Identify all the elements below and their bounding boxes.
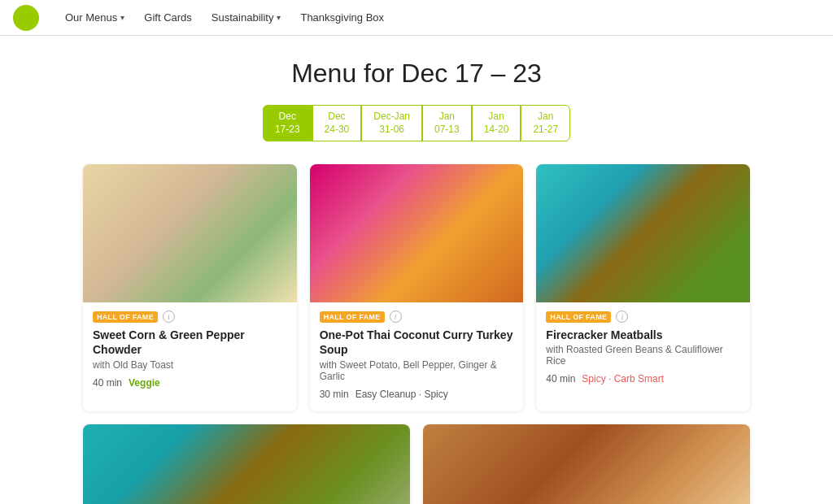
nav-sustainability[interactable]: Sustainability ▾ (212, 11, 281, 24)
nav-our-menus[interactable]: Our Menus ▾ (65, 11, 124, 24)
hof-badge-curry: HALL OF FAME (320, 311, 385, 323)
date-tab-dec-17-23[interactable]: Dec 17-23 (263, 105, 312, 141)
nav-thanksgiving[interactable]: Thanksgiving Box (300, 11, 384, 24)
card-title-corn: Sweet Corn & Green Pepper Chowder (93, 328, 287, 357)
card-shrimp[interactable]: HALL OF FAME i Shrimp Pomodoro Penne Bak… (423, 424, 750, 504)
badge-row-meatball: HALL OF FAME i (546, 311, 740, 323)
card-title-curry: One-Pot Thai Coconut Curry Turkey Soup (320, 328, 514, 357)
navbar: Our Menus ▾ Gift Cards Sustainability ▾ … (0, 0, 833, 36)
card-meta-curry: 30 min Easy Cleanup · Spicy (320, 389, 514, 400)
card-curry[interactable]: HALL OF FAME i One-Pot Thai Coconut Curr… (310, 164, 524, 411)
nav-gift-cards[interactable]: Gift Cards (144, 11, 192, 24)
card-meatball[interactable]: HALL OF FAME i Firecracker Meatballs wit… (536, 164, 750, 411)
big-card-firecracker[interactable]: ★★★★☆ Best Recipe 2022 This was amazing … (83, 424, 410, 504)
card-meta-corn: 40 min Veggie (93, 377, 287, 389)
card-subtitle-meatball: with Roasted Green Beans & Cauliflower R… (546, 344, 740, 367)
date-tab-jan-21-27[interactable]: Jan 21-27 (521, 105, 570, 141)
date-tab-jan-07-13[interactable]: Jan 07-13 (422, 105, 472, 141)
logo[interactable] (13, 5, 39, 31)
card-subtitle-corn: with Old Bay Toast (93, 359, 287, 371)
card-subtitle-curry: with Sweet Potato, Bell Pepper, Ginger &… (320, 359, 514, 382)
info-icon-meatball[interactable]: i (616, 311, 628, 323)
card-meta-meatball: 40 min Spicy · Carb Smart (546, 373, 740, 385)
hof-badge-meatball: HALL OF FAME (546, 311, 611, 323)
card-title-meatball: Firecracker Meatballs (546, 328, 740, 342)
info-icon-curry[interactable]: i (390, 311, 402, 323)
date-tab-dec-jan[interactable]: Dec-Jan 31-06 (361, 105, 422, 141)
chevron-down-icon: ▾ (120, 13, 124, 22)
page-title: Menu for Dec 17 – 23 (83, 59, 750, 89)
date-tabs-container: Dec 17-23 Dec 24-30 Dec-Jan 31-06 Jan 07… (83, 105, 750, 141)
card-corn[interactable]: HALL OF FAME i Sweet Corn & Green Pepper… (83, 164, 297, 411)
chevron-down-icon-sustainability: ▾ (277, 13, 281, 22)
date-tab-jan-14-20[interactable]: Jan 14-20 (472, 105, 521, 141)
badge-row-curry: HALL OF FAME i (320, 311, 514, 323)
bottom-row: ★★★★☆ Best Recipe 2022 This was amazing … (83, 424, 750, 504)
info-icon-corn[interactable]: i (163, 311, 175, 323)
right-column: HALL OF FAME i Shrimp Pomodoro Penne Bak… (423, 424, 750, 504)
hof-badge-corn: HALL OF FAME (93, 311, 158, 323)
top-cards-grid: HALL OF FAME i Sweet Corn & Green Pepper… (83, 164, 750, 411)
date-tab-dec-24-30[interactable]: Dec 24-30 (312, 105, 362, 141)
badge-row-corn: HALL OF FAME i (93, 311, 287, 323)
